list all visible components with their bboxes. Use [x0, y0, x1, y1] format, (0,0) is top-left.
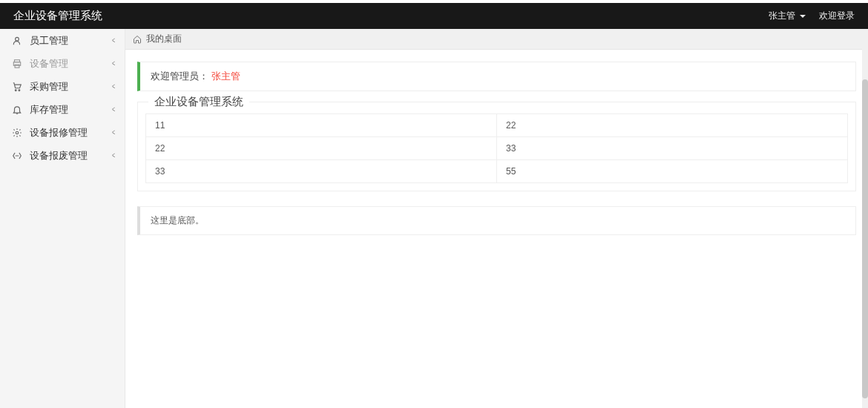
sidebar-item-label: 采购管理	[30, 80, 111, 93]
table-cell: 11	[146, 114, 497, 137]
table-cell: 33	[146, 160, 497, 183]
table-cell: 33	[497, 137, 848, 160]
sidebar-item-label: 库存管理	[30, 103, 111, 116]
sidebar-item-label: 设备管理	[30, 57, 111, 70]
sidebar-item-staff[interactable]: 员工管理 <	[0, 29, 125, 52]
sidebar-item-scrap[interactable]: 设备报废管理 <	[0, 144, 125, 167]
printer-icon	[12, 59, 22, 69]
svg-point-4	[15, 89, 16, 91]
sidebar-item-label: 设备报修管理	[30, 126, 111, 139]
table-row: 33 55	[146, 160, 848, 183]
scrollbar-thumb[interactable]	[862, 79, 868, 398]
chevron-left-icon: <	[112, 151, 115, 159]
svg-point-5	[19, 89, 20, 91]
svg-point-6	[16, 131, 19, 134]
bell-icon	[12, 105, 22, 115]
chevron-left-icon: <	[112, 36, 115, 45]
sidebar-item-label: 设备报废管理	[30, 149, 111, 162]
chevron-down-icon	[800, 15, 806, 18]
content-area: 欢迎管理员： 张主管 企业设备管理系统 11 22 22 33	[125, 50, 868, 408]
login-link[interactable]: 欢迎登录	[819, 10, 855, 22]
user-name: 张主管	[769, 10, 795, 22]
footer-text: 这里是底部。	[151, 215, 204, 226]
header-right: 张主管 欢迎登录	[769, 10, 855, 22]
cart-icon	[12, 82, 22, 92]
sidebar-item-equipment[interactable]: 设备管理 <	[0, 52, 125, 75]
scrollbar-track[interactable]	[862, 29, 868, 408]
table-cell: 22	[497, 114, 848, 137]
sidebar-item-inventory[interactable]: 库存管理 <	[0, 98, 125, 121]
sidebar-item-purchase[interactable]: 采购管理 <	[0, 75, 125, 98]
welcome-banner: 欢迎管理员： 张主管	[137, 62, 856, 91]
table-cell: 22	[146, 137, 497, 160]
welcome-prefix: 欢迎管理员：	[151, 70, 208, 82]
table-row: 11 22	[146, 114, 848, 137]
data-table: 11 22 22 33 33 55	[145, 113, 848, 183]
gear-icon	[12, 128, 22, 138]
sidebar-item-repair[interactable]: 设备报修管理 <	[0, 121, 125, 144]
home-icon	[133, 35, 142, 44]
fieldset-panel: 企业设备管理系统 11 22 22 33 33 55	[137, 102, 856, 191]
app-title: 企业设备管理系统	[13, 9, 102, 23]
breadcrumb-label: 我的桌面	[146, 33, 182, 45]
user-icon	[12, 36, 22, 46]
fieldset-title: 企业设备管理系统	[148, 95, 249, 109]
user-menu[interactable]: 张主管	[769, 10, 806, 22]
sidebar-item-label: 员工管理	[30, 34, 111, 47]
table-cell: 55	[497, 160, 848, 183]
chevron-left-icon: <	[112, 128, 115, 136]
svg-point-0	[16, 37, 19, 41]
chevron-left-icon: <	[112, 105, 115, 113]
footer-block: 这里是底部。	[137, 206, 856, 235]
recycle-icon	[12, 151, 22, 161]
welcome-username: 张主管	[211, 70, 240, 82]
main-content: 我的桌面 欢迎管理员： 张主管 企业设备管理系统 11 22 22	[125, 29, 868, 408]
table-row: 22 33	[146, 137, 848, 160]
breadcrumb: 我的桌面	[125, 29, 868, 50]
chevron-left-icon: <	[112, 82, 115, 91]
chevron-left-icon: <	[112, 59, 115, 68]
header-bar: 企业设备管理系统 张主管 欢迎登录	[0, 3, 868, 29]
sidebar: 员工管理 < 设备管理 < 采购管理 < 库存管理 <	[0, 29, 125, 408]
